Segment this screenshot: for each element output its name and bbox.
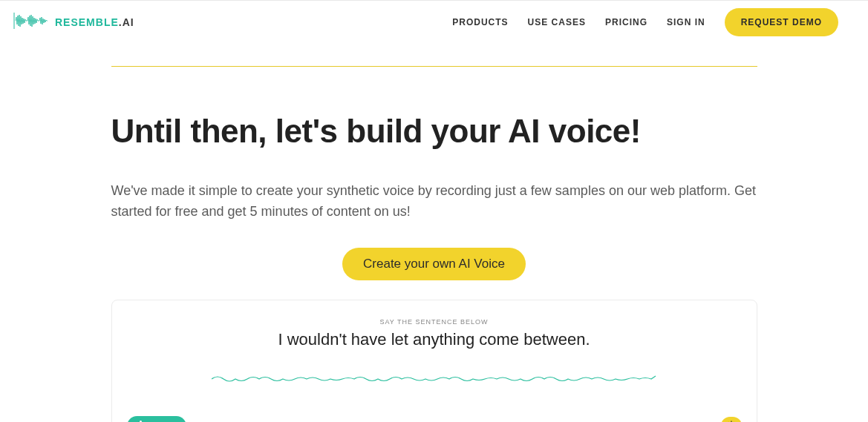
record-button[interactable]: Record xyxy=(127,416,187,422)
page-headline: Until then, let's build your AI voice! xyxy=(111,113,757,150)
create-voice-button[interactable]: Create your own AI Voice xyxy=(342,248,526,280)
waveform-logo-icon xyxy=(13,11,49,33)
settings-button[interactable] xyxy=(721,417,742,422)
cta-row: Create your own AI Voice xyxy=(111,248,757,280)
logo[interactable]: RESEMBLE.AI xyxy=(13,11,134,33)
nav-pricing[interactable]: PRICING xyxy=(605,17,647,27)
recorder-actions: Record xyxy=(127,416,742,422)
prompt-label: SAY THE SENTENCE BELOW xyxy=(127,318,742,326)
prompt-sentence: I wouldn't have let anything come betwee… xyxy=(127,330,742,349)
logo-text: RESEMBLE.AI xyxy=(55,16,134,28)
logo-main: RESEMBLE xyxy=(55,16,119,28)
nav-products[interactable]: PRODUCTS xyxy=(452,17,508,27)
main-nav: PRODUCTS USE CASES PRICING SIGN IN REQUE… xyxy=(452,8,838,36)
nav-use-cases[interactable]: USE CASES xyxy=(528,17,586,27)
main-content: Until then, let's build your AI voice! W… xyxy=(111,44,757,422)
gear-icon xyxy=(727,419,736,422)
audio-waveform-icon xyxy=(212,372,657,386)
page-subtext: We've made it simple to create your synt… xyxy=(111,181,757,222)
top-nav: RESEMBLE.AI PRODUCTS USE CASES PRICING S… xyxy=(0,0,868,44)
request-demo-button[interactable]: REQUEST DEMO xyxy=(725,8,838,36)
recorder-card: SAY THE SENTENCE BELOW I wouldn't have l… xyxy=(111,300,757,422)
logo-suffix: .AI xyxy=(119,16,134,28)
nav-sign-in[interactable]: SIGN IN xyxy=(667,17,705,27)
divider xyxy=(111,66,757,67)
